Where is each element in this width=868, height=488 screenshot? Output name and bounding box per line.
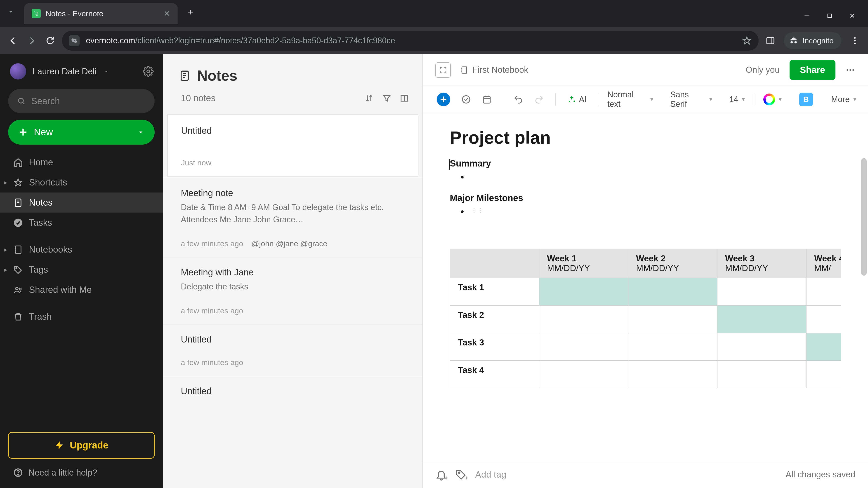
- add-tag-placeholder[interactable]: Add tag: [475, 469, 506, 480]
- tab-search-dropdown[interactable]: [4, 5, 17, 18]
- milestones-bullet-list[interactable]: [450, 206, 841, 217]
- section-heading-milestones[interactable]: Major Milestones: [450, 193, 841, 203]
- nav-forward-button[interactable]: [25, 34, 38, 47]
- filter-icon[interactable]: [382, 93, 392, 103]
- font-family-dropdown[interactable]: Sans Serif▾: [670, 90, 712, 109]
- note-card[interactable]: UntitledJust now: [167, 115, 418, 176]
- address-bar[interactable]: evernote.com/client/web?login=true#/note…: [62, 31, 758, 51]
- user-avatar[interactable]: [10, 63, 26, 79]
- search-box[interactable]: [8, 89, 155, 113]
- sidebar-item-tasks[interactable]: Tasks: [0, 213, 163, 233]
- table-cell[interactable]: [539, 278, 628, 305]
- note-card[interactable]: Meeting noteDate & Time 8 AM- 9 AM Goal …: [163, 178, 423, 257]
- site-info-icon[interactable]: [69, 35, 80, 46]
- chevron-right-icon[interactable]: ▸: [4, 266, 7, 273]
- note-list[interactable]: UntitledJust nowMeeting noteDate & Time …: [163, 113, 423, 488]
- table-cell[interactable]: [717, 361, 806, 388]
- table-cell[interactable]: [806, 305, 841, 333]
- sidebar-item-shortcuts[interactable]: ▸Shortcuts: [0, 172, 163, 193]
- table-header-week[interactable]: Week 3MM/DD/YY: [717, 249, 806, 278]
- nav-reload-button[interactable]: [43, 34, 57, 47]
- highlight-color-button[interactable]: B: [797, 90, 815, 108]
- notebook-selector[interactable]: First Notebook: [460, 65, 528, 75]
- table-cell[interactable]: [806, 278, 841, 305]
- table-header-week[interactable]: Week 1MM/DD/YY: [539, 249, 628, 278]
- table-cell[interactable]: [717, 305, 806, 333]
- table-cell[interactable]: [717, 333, 806, 361]
- table-row-label[interactable]: Task 2: [450, 305, 539, 333]
- font-size-dropdown[interactable]: 14▾: [729, 95, 745, 104]
- editor-scrollbar[interactable]: [861, 158, 867, 275]
- window-maximize-button[interactable]: [825, 11, 834, 20]
- table-cell[interactable]: [539, 361, 628, 388]
- note-card[interactable]: Meeting with JaneDelegate the tasksa few…: [163, 257, 423, 324]
- sidebar-item-tags[interactable]: ▸Tags: [0, 260, 163, 280]
- block-drag-handle-icon[interactable]: ⋮⋮: [471, 206, 484, 214]
- more-formatting-dropdown[interactable]: More▾: [831, 95, 856, 104]
- text-color-picker[interactable]: ▾: [763, 94, 782, 105]
- table-row-label[interactable]: Task 1: [450, 278, 539, 305]
- ai-button[interactable]: AI: [565, 92, 589, 106]
- table-row-label[interactable]: Task 4: [450, 361, 539, 388]
- browser-tab-active[interactable]: Notes - Evernote ✕: [24, 3, 178, 24]
- sort-icon[interactable]: [364, 93, 374, 103]
- nav-back-button[interactable]: [6, 34, 20, 47]
- table-cell[interactable]: [628, 278, 717, 305]
- sidebar-item-home[interactable]: Home: [0, 152, 163, 172]
- block-type-dropdown[interactable]: Normal text▾: [608, 90, 653, 109]
- table-cell[interactable]: [806, 361, 841, 388]
- table-cell[interactable]: [539, 333, 628, 361]
- table-header-empty[interactable]: [450, 249, 539, 278]
- table-header-week[interactable]: Week 2MM/DD/YY: [628, 249, 717, 278]
- upgrade-button[interactable]: Upgrade: [8, 432, 155, 459]
- window-minimize-button[interactable]: [802, 11, 811, 20]
- settings-gear-icon[interactable]: [143, 66, 154, 77]
- note-more-menu-icon[interactable]: [845, 65, 855, 75]
- table-cell[interactable]: [628, 361, 717, 388]
- incognito-chip[interactable]: Incognito: [784, 32, 841, 49]
- sidebar-item-notebooks[interactable]: ▸Notebooks: [0, 239, 163, 260]
- table-header-week[interactable]: Week 4MM/: [806, 249, 841, 278]
- sidebar-item-shared[interactable]: Shared with Me: [0, 280, 163, 300]
- section-heading-summary[interactable]: Summary: [450, 158, 841, 168]
- sidebar-item-trash[interactable]: Trash: [0, 306, 163, 327]
- add-reminder-icon[interactable]: +: [435, 469, 447, 481]
- insert-task-icon[interactable]: [459, 92, 473, 107]
- insert-event-icon[interactable]: [480, 92, 494, 107]
- tab-close-icon[interactable]: ✕: [164, 9, 170, 18]
- table-cell[interactable]: [628, 305, 717, 333]
- side-panel-icon[interactable]: [764, 34, 777, 47]
- new-note-button[interactable]: New: [8, 120, 155, 144]
- table-cell[interactable]: [628, 333, 717, 361]
- chevron-right-icon[interactable]: ▸: [4, 179, 7, 186]
- add-tag-icon[interactable]: +: [455, 469, 467, 481]
- table-row-label[interactable]: Task 3: [450, 333, 539, 361]
- note-title-input[interactable]: Project plan: [450, 127, 841, 148]
- bookmark-star-icon[interactable]: [742, 36, 752, 46]
- help-link[interactable]: Need a little help?: [8, 468, 155, 478]
- expand-note-button[interactable]: [435, 62, 451, 78]
- redo-icon[interactable]: [532, 92, 546, 107]
- summary-bullet-list[interactable]: [450, 172, 841, 183]
- search-input[interactable]: [31, 96, 146, 106]
- plan-table[interactable]: Week 1MM/DD/YYWeek 2MM/DD/YYWeek 3MM/DD/…: [450, 249, 841, 388]
- share-button[interactable]: Share: [789, 60, 835, 80]
- new-tab-button[interactable]: ＋: [184, 5, 197, 18]
- undo-icon[interactable]: [511, 92, 526, 107]
- table-cell[interactable]: [717, 278, 806, 305]
- note-card[interactable]: Untitled: [163, 376, 423, 405]
- list-item[interactable]: [468, 172, 841, 183]
- note-card[interactable]: Untitleda few minutes ago: [163, 324, 423, 376]
- table-cell[interactable]: [539, 305, 628, 333]
- insert-button[interactable]: [434, 90, 453, 108]
- view-toggle-icon[interactable]: [399, 93, 409, 103]
- sidebar-item-notes[interactable]: Notes: [0, 193, 163, 213]
- editor-body[interactable]: Project plan Summary Major Milestones ⋮⋮…: [423, 113, 868, 461]
- new-dropdown-chevron-icon[interactable]: [137, 128, 145, 136]
- table-cell[interactable]: [806, 333, 841, 361]
- chevron-right-icon[interactable]: ▸: [4, 246, 7, 253]
- list-item[interactable]: [468, 206, 841, 217]
- window-close-button[interactable]: ✕: [848, 11, 857, 20]
- browser-menu-icon[interactable]: [848, 34, 862, 47]
- user-menu-chevron-icon[interactable]: [103, 68, 110, 75]
